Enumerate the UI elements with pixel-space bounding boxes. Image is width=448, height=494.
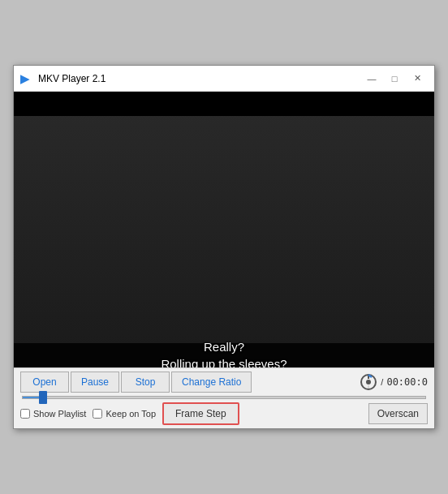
progress-row [20,396,428,399]
change-ratio-button[interactable]: Change Ratio [171,372,252,393]
progress-thumb[interactable] [39,391,47,404]
keep-on-top-checkbox[interactable]: Keep on Top [93,409,156,419]
controls-area: Open Pause Stop Change Ratio / 00:00:0 [14,367,434,428]
options-row: Show Playlist Keep on Top Frame Step Ove… [20,402,428,425]
time-value: 00:00:0 [386,376,428,388]
progress-track[interactable] [22,396,426,399]
maximize-button[interactable]: □ [384,71,405,87]
close-button[interactable]: ✕ [407,71,428,87]
window-title: MKV Player 2.1 [38,73,361,84]
video-frame: Really? Rolling up the sleeves? [14,92,434,367]
titlebar: ▶ MKV Player 2.1 — □ ✕ [14,66,434,92]
letterbox-top [14,92,434,116]
overscan-button[interactable]: Overscan [368,403,428,424]
pause-button[interactable]: Pause [71,372,119,393]
keep-on-top-input[interactable] [93,409,102,419]
app-icon: ▶ [20,72,33,85]
stop-button[interactable]: Stop [121,372,170,393]
show-playlist-checkbox[interactable]: Show Playlist [20,409,86,419]
volume-knob[interactable] [360,373,377,391]
window-controls: — □ ✕ [361,71,428,87]
show-playlist-input[interactable] [20,409,30,419]
open-button[interactable]: Open [20,372,69,393]
keep-on-top-label: Keep on Top [106,409,156,419]
subtitle-text: Really? Rolling up the sleeves? [161,338,286,367]
video-area[interactable]: Really? Rolling up the sleeves? [14,92,434,367]
time-separator: / [381,377,383,387]
svg-point-1 [366,380,371,384]
time-display: / 00:00:0 [360,373,428,391]
buttons-row: Open Pause Stop Change Ratio / 00:00:0 [20,372,428,393]
app-window: ▶ MKV Player 2.1 — □ ✕ [13,65,435,429]
frame-step-button[interactable]: Frame Step [162,402,239,425]
subtitle-area: Really? Rolling up the sleeves? [14,343,434,367]
minimize-button[interactable]: — [361,71,382,87]
show-playlist-label: Show Playlist [33,409,86,419]
